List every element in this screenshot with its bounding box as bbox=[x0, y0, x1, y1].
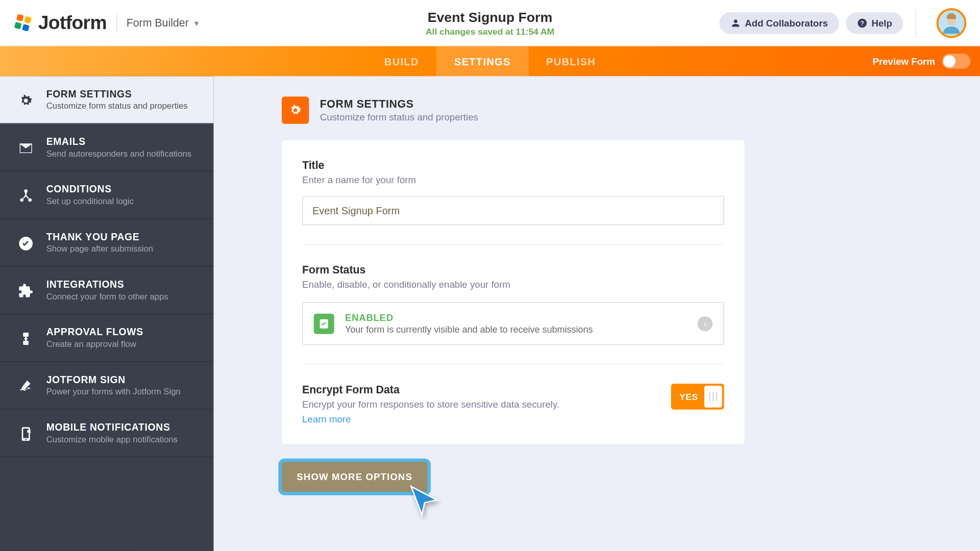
svg-rect-19 bbox=[713, 392, 714, 402]
page-title: FORM SETTINGS bbox=[320, 98, 478, 110]
sidebar-item-sub: Show page after submission bbox=[46, 244, 200, 254]
encrypt-toggle-label: YES bbox=[673, 391, 704, 402]
title-label: Title bbox=[302, 159, 724, 171]
svg-rect-20 bbox=[716, 392, 718, 402]
help-icon: ? bbox=[856, 17, 867, 28]
layout: FORM SETTINGS Customize form status and … bbox=[0, 76, 980, 551]
sidebar-item-mobile-notifications[interactable]: MOBILE NOTIFICATIONS Customize mobile ap… bbox=[0, 410, 214, 457]
encrypt-toggle[interactable]: YES bbox=[671, 384, 724, 410]
page-subtitle: Customize form status and properties bbox=[320, 112, 478, 122]
logo-area[interactable]: Jotform bbox=[14, 12, 107, 34]
content-column: FORM SETTINGS Customize form status and … bbox=[282, 76, 745, 492]
status-label: Form Status bbox=[302, 264, 724, 276]
svg-rect-2 bbox=[14, 21, 22, 29]
encrypt-section: Encrypt Form Data Encrypt your form resp… bbox=[302, 365, 724, 425]
show-more-wrap: SHOW MORE OPTIONS bbox=[282, 462, 427, 492]
sidebar-item-label: INTEGRATIONS bbox=[46, 279, 200, 290]
sidebar-item-jotform-sign[interactable]: JOTFORM SIGN Power your forms with Jotfo… bbox=[0, 362, 214, 409]
svg-rect-12 bbox=[23, 333, 29, 337]
encrypt-sub: Encrypt your form responses to store sen… bbox=[302, 398, 559, 409]
preview-form-area: Preview Form bbox=[873, 54, 971, 68]
logo-icon bbox=[14, 13, 33, 32]
product-dropdown[interactable]: Form Builder ▼ bbox=[127, 17, 201, 29]
main-content: FORM SETTINGS Customize form status and … bbox=[214, 76, 980, 551]
form-title-input[interactable] bbox=[302, 196, 724, 225]
help-label: Help bbox=[871, 17, 892, 28]
gear-icon bbox=[16, 91, 35, 110]
save-status: All changes saved at 11:54 AM bbox=[426, 26, 554, 36]
svg-text:?: ? bbox=[860, 19, 864, 27]
help-button[interactable]: ? Help bbox=[846, 12, 903, 34]
avatar[interactable] bbox=[937, 8, 967, 38]
check-circle-icon bbox=[16, 234, 35, 253]
tab-settings[interactable]: SETTINGS bbox=[436, 46, 528, 77]
svg-point-10 bbox=[28, 198, 32, 202]
tab-build[interactable]: BUILD bbox=[366, 46, 436, 77]
svg-point-16 bbox=[25, 439, 27, 440]
sidebar-item-label: FORM SETTINGS bbox=[46, 88, 200, 99]
svg-point-8 bbox=[24, 189, 28, 193]
sidebar-item-sub: Customize form status and properties bbox=[46, 102, 200, 111]
form-status-selector[interactable]: ENABLED Your form is currently visible a… bbox=[302, 302, 724, 345]
sidebar-item-sub: Power your forms with Jotform Sign bbox=[46, 387, 200, 397]
toggle-knob bbox=[704, 386, 722, 408]
collaborators-label: Add Collaborators bbox=[745, 17, 828, 28]
preview-toggle[interactable] bbox=[942, 54, 970, 68]
add-collaborators-button[interactable]: Add Collaborators bbox=[719, 12, 839, 34]
sidebar-item-form-settings[interactable]: FORM SETTINGS Customize form status and … bbox=[0, 76, 214, 123]
title-sub: Enter a name for your form bbox=[302, 174, 724, 185]
product-label-text: Form Builder bbox=[127, 17, 189, 29]
mobile-icon bbox=[16, 424, 35, 443]
chevron-right-icon: › bbox=[698, 316, 713, 331]
header-right: Add Collaborators ? Help bbox=[719, 8, 967, 38]
sidebar-item-label: MOBILE NOTIFICATIONS bbox=[46, 422, 200, 433]
encrypt-label: Encrypt Form Data bbox=[302, 384, 559, 396]
chevron-down-icon: ▼ bbox=[193, 19, 201, 27]
flow-icon bbox=[16, 329, 35, 348]
sidebar-item-label: THANK YOU PAGE bbox=[46, 231, 200, 242]
status-state-label: ENABLED bbox=[345, 312, 593, 323]
svg-rect-1 bbox=[24, 16, 32, 23]
learn-more-link[interactable]: Learn more bbox=[302, 414, 351, 424]
tabs: BUILD SETTINGS PUBLISH bbox=[366, 46, 614, 77]
sidebar-item-sub: Set up conditional logic bbox=[46, 196, 200, 206]
branch-icon bbox=[16, 186, 35, 205]
enabled-icon bbox=[314, 313, 334, 334]
tab-bar: BUILD SETTINGS PUBLISH Preview Form bbox=[0, 46, 980, 77]
svg-rect-3 bbox=[22, 23, 30, 31]
sign-icon bbox=[16, 377, 35, 396]
page-header: FORM SETTINGS Customize form status and … bbox=[282, 96, 745, 123]
divider bbox=[915, 9, 916, 36]
puzzle-icon bbox=[16, 282, 35, 300]
sidebar-item-sub: Customize mobile app notifications bbox=[46, 435, 200, 444]
sidebar-item-conditions[interactable]: CONDITIONS Set up conditional logic bbox=[0, 171, 214, 219]
show-more-options-button[interactable]: SHOW MORE OPTIONS bbox=[282, 462, 427, 492]
svg-rect-18 bbox=[709, 392, 710, 402]
mail-icon bbox=[16, 139, 35, 158]
gear-icon bbox=[282, 96, 309, 123]
toggle-knob bbox=[943, 55, 955, 67]
sidebar-item-integrations[interactable]: INTEGRATIONS Connect your form to other … bbox=[0, 267, 214, 314]
sidebar: FORM SETTINGS Customize form status and … bbox=[0, 76, 214, 551]
sidebar-item-thank-you[interactable]: THANK YOU PAGE Show page after submissio… bbox=[0, 219, 214, 266]
svg-rect-13 bbox=[23, 341, 29, 345]
form-title[interactable]: Event Signup Form bbox=[426, 9, 554, 25]
avatar-image bbox=[939, 8, 965, 38]
status-sub: Enable, disable, or conditionally enable… bbox=[302, 279, 724, 290]
sidebar-item-sub: Send autoresponders and notifications bbox=[46, 149, 200, 159]
tab-publish[interactable]: PUBLISH bbox=[528, 46, 613, 77]
preview-form-label: Preview Form bbox=[873, 56, 935, 66]
logo-text: Jotform bbox=[38, 12, 107, 34]
sidebar-item-approval-flows[interactable]: APPROVAL FLOWS Create an approval flow bbox=[0, 314, 214, 362]
svg-rect-0 bbox=[16, 14, 24, 21]
sidebar-item-label: EMAILS bbox=[46, 136, 200, 147]
header-center: Event Signup Form All changes saved at 1… bbox=[426, 9, 554, 36]
svg-point-9 bbox=[20, 198, 23, 202]
title-section: Title Enter a name for your form bbox=[302, 159, 724, 245]
sidebar-item-label: APPROVAL FLOWS bbox=[46, 327, 200, 337]
sidebar-item-sub: Connect your form to other apps bbox=[46, 292, 200, 302]
status-state-desc: Your form is currently visible and able … bbox=[345, 324, 593, 335]
sidebar-item-label: JOTFORM SIGN bbox=[46, 374, 200, 385]
app-header: Jotform Form Builder ▼ Event Signup Form… bbox=[0, 0, 980, 46]
sidebar-item-emails[interactable]: EMAILS Send autoresponders and notificat… bbox=[0, 124, 214, 171]
